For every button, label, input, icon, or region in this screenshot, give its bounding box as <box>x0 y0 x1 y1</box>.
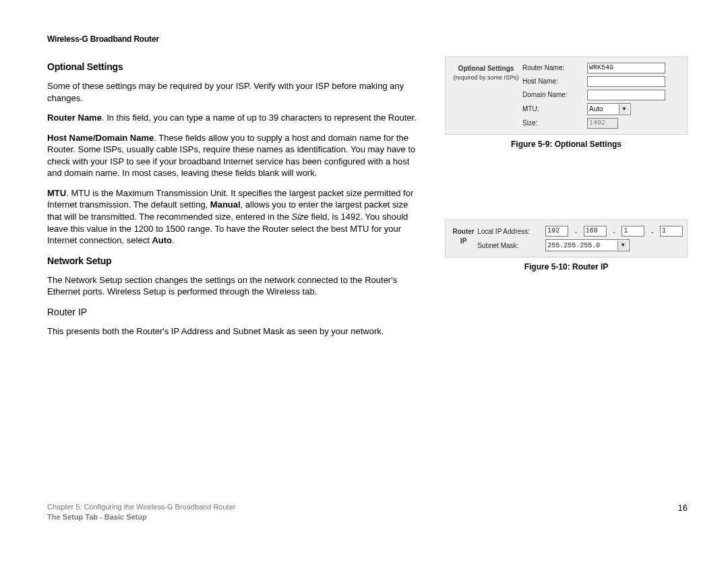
main-column: Optional Settings Some of these settings… <box>47 57 425 345</box>
fig1-mtu-select[interactable]: Auto ▼ <box>587 103 631 115</box>
figure-5-9-caption: Figure 5-9: Optional Settings <box>445 139 688 150</box>
figure-5-10-caption: Figure 5-10: Router IP <box>445 261 688 272</box>
mtu-manual: Manual <box>210 199 241 210</box>
chevron-down-icon: ▼ <box>617 241 628 250</box>
fig2-ip-octet-4[interactable]: 1 <box>660 226 683 237</box>
fig1-host-name-label: Host Name: <box>522 77 583 86</box>
router-name-text: . In this field, you can type a name of … <box>102 113 417 123</box>
optional-settings-heading: Optional Settings <box>47 61 425 73</box>
fig1-router-name-label: Router Name: <box>522 63 583 73</box>
fig1-host-name-input[interactable] <box>587 76 665 87</box>
page-footer: Chapter 5: Configuring the Wireless-G Br… <box>47 502 688 522</box>
host-name-label: Host Name/Domain Name <box>47 133 154 143</box>
fig1-section-label: Optional Settings (required by some ISPs… <box>450 63 522 82</box>
fig2-local-ip-label: Local IP Address: <box>477 227 541 237</box>
mtu-text-4: . <box>172 235 175 245</box>
figure-column: Optional Settings (required by some ISPs… <box>445 57 688 286</box>
footer-chapter: Chapter 5: Configuring the Wireless-G Br… <box>47 502 235 511</box>
mtu-label: MTU <box>47 188 66 198</box>
figure-router-ip: Router IP Local IP Address: 192. 168. 1.… <box>445 220 688 257</box>
document-header: Wireless-G Broadband Router <box>47 34 688 44</box>
fig1-domain-name-input[interactable] <box>587 90 665 100</box>
fig2-subnet-value: 255.255.255.0 <box>547 241 615 251</box>
network-setup-paragraph: The Network Setup section changes the se… <box>47 274 425 298</box>
mtu-size-word: Size <box>292 212 309 222</box>
page-number: 16 <box>678 502 688 522</box>
fig1-size-input: 1492 <box>587 118 618 129</box>
network-setup-heading: Network Setup <box>47 255 425 268</box>
chevron-down-icon: ▼ <box>619 104 629 114</box>
fig1-size-label: Size: <box>522 119 583 128</box>
mtu-auto: Auto <box>152 235 172 245</box>
fig2-ip-octet-3[interactable]: 1 <box>621 226 644 237</box>
fig2-subnet-label: Subnet Mask: <box>477 241 541 251</box>
host-name-paragraph: Host Name/Domain Name. These fields allo… <box>47 132 425 179</box>
router-name-label: Router Name <box>47 113 102 123</box>
fig1-mtu-label: MTU: <box>522 104 583 114</box>
fig1-section-label-text: Optional Settings <box>458 65 514 72</box>
router-ip-paragraph: This presents both the Router's IP Addre… <box>47 325 425 338</box>
router-ip-heading: Router IP <box>47 306 425 319</box>
fig1-domain-name-label: Domain Name: <box>522 90 583 100</box>
router-name-paragraph: Router Name. In this field, you can type… <box>47 112 425 124</box>
fig2-ip-octet-2[interactable]: 168 <box>584 226 607 237</box>
fig1-mtu-value: Auto <box>589 104 616 114</box>
fig2-subnet-select[interactable]: 255.255.255.0 ▼ <box>545 239 630 251</box>
figure-optional-settings: Optional Settings (required by some ISPs… <box>445 57 688 135</box>
intro-paragraph: Some of these settings may be required b… <box>47 80 425 104</box>
fig2-ip-octet-1[interactable]: 192 <box>545 226 568 237</box>
footer-sub: The Setup Tab - Basic Setup <box>47 512 235 522</box>
content-row: Optional Settings Some of these settings… <box>47 57 688 345</box>
fig1-router-name-input[interactable]: WRK54G <box>587 63 665 73</box>
fig2-section-label: Router IP <box>450 226 477 245</box>
fig1-section-sub: (required by some ISPs) <box>450 73 522 82</box>
page: Wireless-G Broadband Router Optional Set… <box>0 0 728 562</box>
mtu-paragraph: MTU. MTU is the Maximum Transmission Uni… <box>47 187 425 247</box>
